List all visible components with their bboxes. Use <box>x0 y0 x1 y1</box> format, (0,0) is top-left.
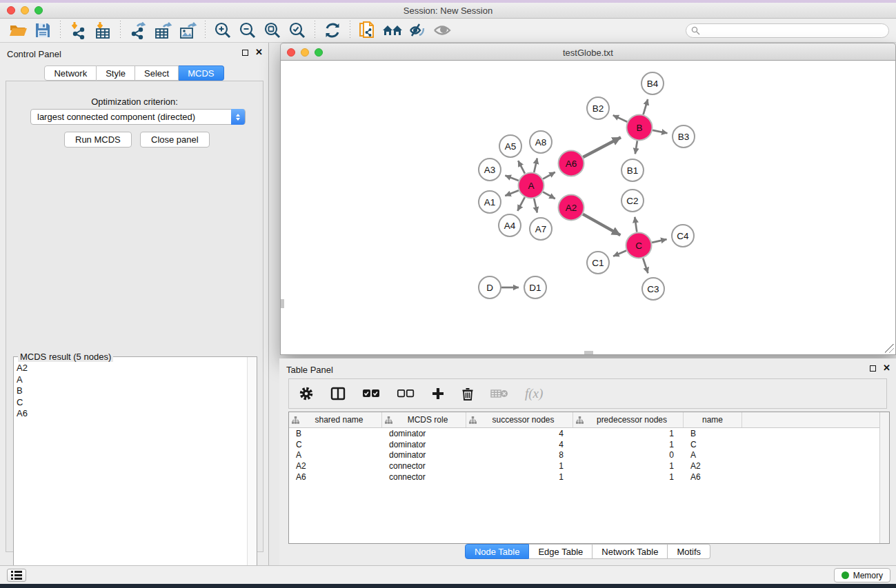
search-input[interactable] <box>686 23 889 38</box>
graph-node-C[interactable]: C <box>626 233 652 258</box>
network-window-titlebar[interactable]: testGlobe.txt <box>280 43 896 61</box>
result-item[interactable]: A <box>17 374 246 386</box>
export-image-button[interactable] <box>175 20 200 41</box>
gear-icon <box>299 386 314 401</box>
graph-node-A5[interactable]: A5 <box>499 135 521 157</box>
home-pages-button[interactable] <box>380 20 405 41</box>
column-header-name[interactable]: name <box>684 412 742 427</box>
graph-node-B[interactable]: B <box>627 115 653 141</box>
graph-node-D1[interactable]: D1 <box>524 276 546 298</box>
graph-node-A4[interactable]: A4 <box>499 214 521 236</box>
apply-layout-button[interactable] <box>320 20 345 41</box>
graph-node-D[interactable]: D <box>479 276 501 298</box>
tab-network-table[interactable]: Network Table <box>593 544 668 559</box>
export-network-button[interactable] <box>126 20 150 41</box>
network-graph: B4B2BB3B1A5A8A6A3AA1C2A2A4A7C4CC1C3DD1 <box>281 61 895 354</box>
graph-node-A[interactable]: A <box>519 173 544 199</box>
tab-mcds[interactable]: MCDS <box>179 65 223 81</box>
table-cell: A <box>289 450 382 460</box>
plus-icon <box>431 387 445 401</box>
select-all-button[interactable] <box>362 389 380 398</box>
network-from-file-button[interactable] <box>355 20 380 41</box>
result-scrollbar[interactable] <box>247 357 257 588</box>
delete-row-button[interactable] <box>461 387 474 401</box>
table-cell: B <box>289 429 382 438</box>
network-canvas[interactable]: B4B2BB3B1A5A8A6A3AA1C2A2A4A7C4CC1C3DD1 <box>280 61 896 355</box>
table-row[interactable]: Cdominator41C <box>289 439 889 450</box>
table-settings-button[interactable] <box>299 386 314 401</box>
graph-node-B3[interactable]: B3 <box>673 125 695 148</box>
resize-grip-icon[interactable] <box>885 344 894 353</box>
table-cell: dominator <box>382 450 466 460</box>
graph-node-A1[interactable]: A1 <box>479 191 501 213</box>
table-scrollbar[interactable] <box>879 412 889 543</box>
column-header-MCDS-role[interactable]: MCDS role <box>382 412 466 427</box>
tab-network[interactable]: Network <box>44 65 97 81</box>
open-file-button[interactable] <box>6 20 30 41</box>
graph-node-A8[interactable]: A8 <box>530 131 552 153</box>
criterion-dropdown[interactable]: largest connected component (directed) <box>30 109 246 125</box>
svg-text:A8: A8 <box>535 137 547 148</box>
graph-edge-A-A5 <box>518 161 525 174</box>
result-item[interactable]: A6 <box>17 408 246 420</box>
hide-graphics-details-button[interactable] <box>405 20 430 41</box>
tab-select[interactable]: Select <box>135 65 179 81</box>
float-table-panel-icon[interactable] <box>870 365 876 372</box>
table-header-row: shared nameMCDS rolesuccessor nodesprede… <box>289 412 889 428</box>
panel-toggle-button[interactable] <box>7 569 26 582</box>
import-table-button[interactable] <box>90 20 115 41</box>
close-panel-button[interactable]: Close panel <box>140 132 210 148</box>
tab-motifs[interactable]: Motifs <box>668 544 710 559</box>
graph-node-B4[interactable]: B4 <box>641 72 664 94</box>
table-row[interactable]: Bdominator41B <box>289 428 889 439</box>
control-panel-title: Control Panel <box>7 49 61 59</box>
column-header-successor-nodes[interactable]: successor nodes <box>466 412 573 427</box>
result-item[interactable]: C <box>17 397 246 409</box>
graph-node-C1[interactable]: C1 <box>587 252 609 274</box>
graph-edge-B-B4 <box>644 99 648 114</box>
column-header-predecessor-nodes[interactable]: predecessor nodes <box>573 412 684 427</box>
memory-button[interactable]: Memory <box>834 568 890 582</box>
graph-node-B1[interactable]: B1 <box>621 159 644 181</box>
graph-node-A2[interactable]: A2 <box>559 195 584 221</box>
main-toolbar <box>0 19 896 43</box>
tab-style[interactable]: Style <box>97 65 135 81</box>
table-row[interactable]: A6connector11A6 <box>289 472 889 483</box>
graph-edge-C-C3 <box>643 258 648 273</box>
toolbar-separator <box>315 21 315 40</box>
zoom-fit-button[interactable] <box>260 20 285 41</box>
canvas-hscroll-thumb[interactable] <box>584 351 593 354</box>
houses-icon <box>382 22 403 39</box>
graph-edge-A-A8 <box>534 158 537 172</box>
result-item[interactable]: B <box>17 385 246 397</box>
graph-node-A6[interactable]: A6 <box>559 151 584 176</box>
result-item[interactable]: A2 <box>17 363 246 374</box>
column-header-shared-name[interactable]: shared name <box>289 412 382 427</box>
graph-node-B2[interactable]: B2 <box>587 97 609 119</box>
show-columns-button[interactable] <box>330 387 346 401</box>
zoom-in-button[interactable] <box>210 20 235 41</box>
graph-node-C2[interactable]: C2 <box>621 190 644 212</box>
graph-node-A3[interactable]: A3 <box>479 159 501 181</box>
run-mcds-button[interactable]: Run MCDS <box>64 132 132 148</box>
float-panel-icon[interactable] <box>242 50 248 56</box>
graph-node-C3[interactable]: C3 <box>642 278 664 300</box>
tab-edge-table[interactable]: Edge Table <box>529 544 593 559</box>
zoom-selected-button[interactable] <box>285 20 310 41</box>
save-session-button[interactable] <box>30 20 55 41</box>
clear-selection-button[interactable] <box>397 389 415 398</box>
close-table-panel-icon[interactable]: ✕ <box>883 365 890 372</box>
close-panel-icon[interactable]: ✕ <box>255 49 263 56</box>
add-row-button[interactable] <box>431 387 445 401</box>
graph-node-C4[interactable]: C4 <box>672 225 694 247</box>
canvas-vscroll-thumb[interactable] <box>281 299 284 308</box>
table-row[interactable]: A2connector11A2 <box>289 460 889 472</box>
tab-node-table[interactable]: Node Table <box>465 544 530 559</box>
show-graphics-details-button[interactable] <box>430 20 455 41</box>
export-table-button[interactable] <box>150 20 175 41</box>
import-network-button[interactable] <box>66 20 90 41</box>
svg-text:A1: A1 <box>484 197 496 207</box>
graph-node-A7[interactable]: A7 <box>530 218 552 240</box>
table-row[interactable]: Adominator80A <box>289 449 889 460</box>
zoom-out-button[interactable] <box>235 20 260 41</box>
